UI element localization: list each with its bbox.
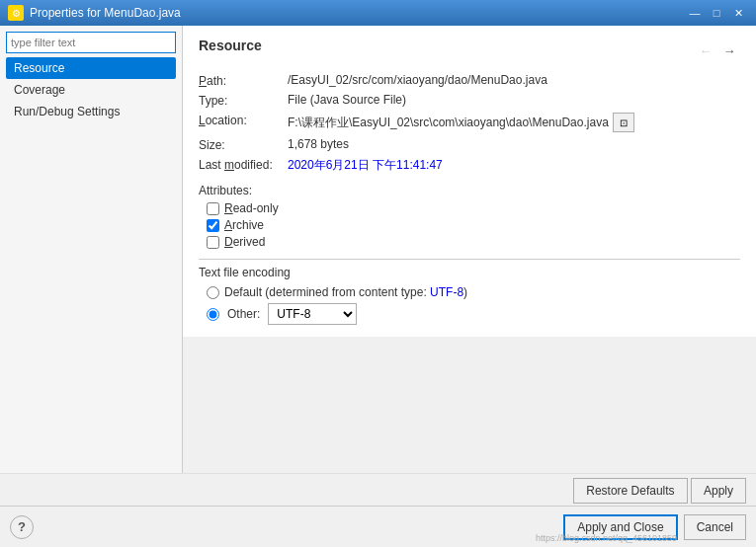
path-label: Path: — [199, 73, 288, 88]
bottom-left: ? — [10, 515, 34, 539]
watermark: https://blog.csdn.net/qq_456101859 — [536, 533, 677, 543]
lastmodified-label: Last modified: — [199, 157, 288, 172]
archive-row: Archive — [199, 218, 740, 232]
location-value-row: F:\课程作业\EasyUI_02\src\com\xiaoyang\dao\M… — [288, 113, 634, 132]
archive-label: Archive — [224, 218, 264, 232]
path-row: Path: /EasyUI_02/src/com/xiaoyang/dao/Me… — [199, 73, 740, 88]
readonly-label: Read-only — [224, 201, 279, 215]
other-encoding-label: Other: — [227, 307, 260, 321]
help-button[interactable]: ? — [10, 515, 34, 539]
sidebar-item-coverage[interactable]: Coverage — [6, 79, 176, 101]
dialog-content: Resource Coverage Run/Debug Settings Res… — [0, 26, 756, 473]
title-bar-icon: ⚙ — [8, 5, 24, 21]
title-bar-text: Properties for MenuDao.java — [30, 6, 685, 20]
browse-button[interactable]: ⊡ — [613, 113, 634, 132]
main-panel-header: Resource ← → — [199, 38, 740, 63]
forward-button[interactable]: → — [718, 40, 740, 60]
derived-checkbox[interactable] — [207, 236, 219, 249]
title-bar: ⚙ Properties for MenuDao.java — □ ✕ — [0, 0, 756, 26]
size-label: Size: — [199, 137, 288, 152]
location-value: F:\课程作业\EasyUI_02\src\com\xiaoyang\dao\M… — [288, 115, 609, 131]
restore-defaults-button[interactable]: Restore Defaults — [573, 478, 687, 504]
encoding-title: Text file encoding — [199, 259, 740, 279]
back-button[interactable]: ← — [695, 40, 716, 60]
readonly-row: Read-only — [199, 201, 740, 215]
path-value: /EasyUI_02/src/com/xiaoyang/dao/MenuDao.… — [288, 73, 740, 87]
archive-checkbox[interactable] — [207, 219, 219, 232]
section-title: Resource — [199, 38, 262, 53]
sidebar-item-resource[interactable]: Resource — [6, 57, 176, 79]
sidebar-item-rundebug[interactable]: Run/Debug Settings — [6, 101, 176, 122]
size-row: Size: 1,678 bytes — [199, 137, 740, 152]
size-value: 1,678 bytes — [288, 137, 740, 151]
derived-label: Derived — [224, 235, 265, 249]
close-button[interactable]: ✕ — [728, 4, 748, 22]
apply-button[interactable]: Apply — [691, 478, 746, 504]
derived-row: Derived — [199, 235, 740, 249]
type-value: File (Java Source File) — [288, 93, 740, 107]
dialog-body: Resource Coverage Run/Debug Settings Res… — [0, 26, 756, 547]
main-panel-wrapper: Resource ← → Path: /EasyUI_02/src/com/xi… — [183, 26, 756, 473]
lastmodified-row: Last modified: 2020年6月21日 下午11:41:47 — [199, 157, 740, 174]
other-encoding-radio[interactable] — [207, 308, 219, 321]
type-row: Type: File (Java Source File) — [199, 93, 740, 108]
readonly-checkbox[interactable] — [207, 202, 219, 215]
location-label: Location: — [199, 113, 288, 127]
restore-button[interactable]: □ — [707, 4, 726, 22]
attributes-label: Attributes: — [199, 184, 740, 197]
other-encoding-row: Other: UTF-8 UTF-16 ISO-8859-1 US-ASCII — [199, 303, 740, 325]
default-encoding-row: Default (determined from content type: U… — [199, 285, 740, 299]
nav-arrows: ← → — [695, 40, 740, 60]
text-encoding-section: Text file encoding Default (determined f… — [199, 259, 740, 325]
cancel-button[interactable]: Cancel — [684, 514, 746, 540]
attributes-section: Attributes: Read-only Archive — [199, 184, 740, 249]
minimize-button[interactable]: — — [685, 4, 705, 22]
location-row: Location: F:\课程作业\EasyUI_02\src\com\xiao… — [199, 113, 740, 132]
sidebar-nav: Resource Coverage Run/Debug Settings — [6, 57, 176, 122]
encoding-select[interactable]: UTF-8 UTF-16 ISO-8859-1 US-ASCII — [268, 303, 357, 325]
main-panel: Resource ← → Path: /EasyUI_02/src/com/xi… — [183, 26, 756, 337]
lastmodified-value: 2020年6月21日 下午11:41:47 — [288, 157, 740, 174]
filter-input[interactable] — [6, 32, 176, 53]
type-label: Type: — [199, 93, 288, 108]
title-bar-controls: — □ ✕ — [685, 4, 748, 22]
sidebar: Resource Coverage Run/Debug Settings — [0, 26, 183, 473]
default-encoding-radio[interactable] — [207, 286, 219, 299]
default-encoding-label: Default (determined from content type: U… — [224, 285, 467, 299]
